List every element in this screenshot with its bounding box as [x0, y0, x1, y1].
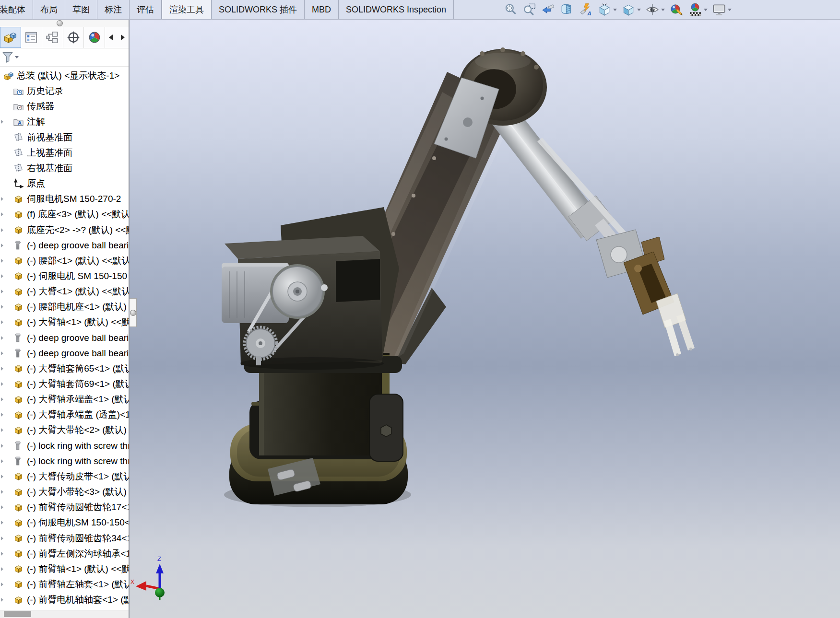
- expand-arrow-icon[interactable]: [1, 212, 3, 216]
- tree-item[interactable]: (-) deep groove ball bearing: [0, 346, 129, 361]
- tree-item[interactable]: (-) 大臂轴套筒65<1> (默认): [0, 361, 129, 376]
- expand-arrow-icon[interactable]: [1, 413, 3, 417]
- expand-arrow-icon[interactable]: [1, 320, 3, 324]
- expand-arrow-icon[interactable]: [1, 444, 3, 448]
- tree-item[interactable]: 前视基准面: [0, 130, 129, 145]
- tab-solidworks-inspection[interactable]: SOLIDWORKS Inspection: [339, 0, 454, 19]
- tree-item[interactable]: 注解: [0, 114, 129, 129]
- panel-tab-display-manager[interactable]: [84, 27, 105, 48]
- tab-evaluate[interactable]: 评估: [130, 0, 162, 19]
- expand-arrow-icon[interactable]: [1, 536, 3, 540]
- expand-arrow-icon[interactable]: [1, 583, 3, 586]
- viewport-3d-canvas[interactable]: X Z: [130, 19, 840, 618]
- expand-arrow-icon[interactable]: [1, 244, 3, 247]
- robot-wrist-gripper[interactable]: [596, 230, 695, 356]
- view-settings-button[interactable]: [711, 1, 733, 18]
- expand-arrow-icon[interactable]: [1, 120, 3, 124]
- zoom-to-area-button[interactable]: [521, 1, 538, 18]
- expand-arrow-icon[interactable]: [1, 274, 3, 278]
- tree-item[interactable]: (-) 前臂传动圆锥齿轮17<1: [0, 500, 129, 515]
- tree-item[interactable]: (-) 伺服电机 SM 150-150: [0, 268, 129, 284]
- expand-arrow-icon[interactable]: [1, 521, 3, 525]
- panel-tabs-scroll-left-button[interactable]: [105, 27, 117, 48]
- chevron-down-icon[interactable]: [728, 9, 732, 11]
- panel-top-splitter[interactable]: [0, 19, 129, 27]
- tree-item[interactable]: 总装 (默认) <显示状态-1>: [0, 68, 129, 83]
- expand-arrow-icon[interactable]: [1, 552, 3, 556]
- chevron-down-icon[interactable]: [613, 9, 617, 11]
- chevron-down-icon[interactable]: [704, 9, 708, 11]
- tree-item[interactable]: (-) deep groove ball bearing: [0, 238, 129, 253]
- expand-arrow-icon[interactable]: [1, 490, 3, 494]
- tab-layout[interactable]: 布局: [33, 0, 65, 19]
- panel-tab-dimxpert-manager[interactable]: [63, 27, 84, 48]
- tree-item[interactable]: 原点: [0, 176, 129, 191]
- tree-item[interactable]: (-) 腰部<1> (默认) <<默认>: [0, 253, 129, 268]
- expand-arrow-icon[interactable]: [1, 382, 3, 386]
- panel-tab-property-manager[interactable]: [21, 27, 42, 48]
- panel-tab-configuration-manager[interactable]: [42, 27, 63, 48]
- tree-item[interactable]: (-) 腰部电机座<1> (默认): [0, 299, 129, 315]
- tree-item[interactable]: (-) 前臂电机轴轴套<1> (默: [0, 592, 129, 607]
- expand-arrow-icon[interactable]: [1, 305, 3, 309]
- apply-scene-button[interactable]: [687, 1, 709, 18]
- expand-arrow-icon[interactable]: [1, 259, 3, 263]
- expand-arrow-icon[interactable]: [1, 598, 3, 602]
- expand-arrow-icon[interactable]: [1, 428, 3, 432]
- tree-item[interactable]: 伺服电机SM 150-270-2: [0, 191, 129, 207]
- tree-item[interactable]: (-) 前臂轴<1> (默认) <<默: [0, 561, 129, 577]
- panel-horizontal-scrollbar[interactable]: [0, 610, 129, 618]
- expand-arrow-icon[interactable]: [1, 336, 3, 340]
- tree-item[interactable]: (-) 大臂小带轮<3> (默认): [0, 484, 129, 500]
- splitter-grip-icon[interactable]: [130, 310, 136, 316]
- tree-item[interactable]: 传感器: [0, 99, 129, 114]
- expand-arrow-icon[interactable]: [1, 367, 3, 371]
- expand-arrow-icon[interactable]: [1, 475, 3, 478]
- tree-item[interactable]: (-) 大臂轴承端盖 (透盖)<1>: [0, 407, 129, 422]
- filter-funnel-icon[interactable]: [2, 51, 13, 63]
- tree-item[interactable]: 上视基准面: [0, 145, 129, 161]
- tree-item[interactable]: (f) 底座<3> (默认) <<默认>: [0, 207, 129, 222]
- tree-item[interactable]: (-) 大臂轴<1> (默认) <<默认: [0, 315, 129, 330]
- expand-arrow-icon[interactable]: [1, 567, 3, 571]
- graphics-area[interactable]: X Z: [130, 19, 840, 618]
- filter-caret-icon[interactable]: [15, 56, 19, 58]
- zoom-to-fit-button[interactable]: [503, 1, 519, 18]
- tree-item[interactable]: (-) 大臂大带轮<2> (默认): [0, 422, 129, 438]
- chevron-down-icon[interactable]: [637, 9, 641, 11]
- robot-forearm[interactable]: [434, 47, 638, 255]
- tab-markup[interactable]: 标注: [97, 0, 130, 19]
- splitter-grip-icon[interactable]: [57, 20, 63, 26]
- tab-render-tools[interactable]: 渲染工具: [162, 0, 212, 19]
- expand-arrow-icon[interactable]: [1, 228, 3, 232]
- previous-view-button[interactable]: [540, 1, 556, 18]
- tree-item[interactable]: (-) 大臂<1> (默认) <<默认>: [0, 284, 129, 299]
- tree-item[interactable]: (-) 伺服电机SM 150-150<1: [0, 515, 129, 530]
- view-orientation-button[interactable]: [596, 1, 618, 18]
- section-view-button[interactable]: [559, 1, 575, 18]
- tree-item[interactable]: (-) 前臂传动圆锥齿轮34<1: [0, 531, 129, 546]
- tree-item[interactable]: (-) 大臂轴套筒69<1> (默认): [0, 376, 129, 392]
- tree-item[interactable]: 底座壳<2> ->? (默认) <<默认>: [0, 222, 129, 238]
- expand-arrow-icon[interactable]: [1, 505, 3, 509]
- tree-item[interactable]: (-) 前臂左侧深沟球轴承<1: [0, 546, 129, 561]
- tree-item[interactable]: (-) 前臂轴左轴套<1> (默认: [0, 577, 129, 592]
- tree-item[interactable]: (-) lock ring with screw thread: [0, 454, 129, 469]
- chevron-down-icon[interactable]: [661, 9, 665, 11]
- hide-show-items-button[interactable]: [644, 1, 666, 18]
- tab-sketch[interactable]: 草图: [65, 0, 97, 19]
- expand-arrow-icon[interactable]: [1, 197, 3, 201]
- tree-item[interactable]: (-) 大臂传动皮带<1> (默认): [0, 469, 129, 484]
- tree-item[interactable]: (-) lock ring with screw thread: [0, 438, 129, 454]
- tree-item[interactable]: (-) deep groove ball bearing: [0, 330, 129, 346]
- expand-arrow-icon[interactable]: [1, 397, 3, 401]
- tree-item[interactable]: 历史记录: [0, 83, 129, 99]
- panel-edge-splitter[interactable]: [130, 298, 137, 327]
- tab-assembly[interactable]: 装配体: [0, 0, 33, 19]
- display-style-button[interactable]: [620, 1, 642, 18]
- view-annotations-button[interactable]: [578, 1, 594, 18]
- tab-mbd[interactable]: MBD: [305, 0, 339, 19]
- scrollbar-thumb[interactable]: [4, 611, 31, 617]
- tree-item[interactable]: (-) 大臂轴承端盖<1> (默认): [0, 392, 129, 407]
- expand-arrow-icon[interactable]: [1, 290, 3, 293]
